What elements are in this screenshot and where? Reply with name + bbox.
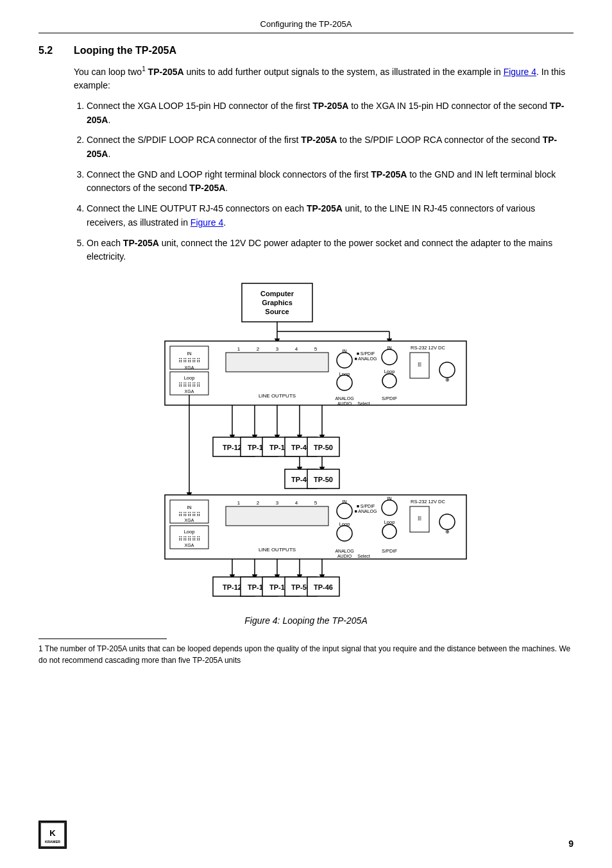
footnote-ref: 1 [142, 65, 146, 72]
svg-text:Loop: Loop [384, 519, 395, 525]
svg-text:1: 1 [237, 346, 241, 352]
svg-text:RS-232  12V DC: RS-232 12V DC [411, 499, 445, 505]
svg-text:■ ANALOG: ■ ANALOG [355, 509, 377, 513]
svg-text:1: 1 [237, 500, 241, 506]
svg-text:IN: IN [342, 348, 347, 354]
svg-text:IN: IN [342, 499, 347, 505]
svg-text:XGA: XGA [185, 543, 194, 547]
svg-text:|||: ||| [418, 362, 421, 367]
svg-text:5: 5 [314, 500, 318, 506]
header-title: Configuring the TP-205A [260, 19, 352, 29]
kramer-logo-svg: K KRAMER [40, 822, 65, 847]
page-footer: K KRAMER 9 [38, 821, 574, 849]
svg-text:Select: Select [357, 401, 370, 406]
svg-text:4: 4 [295, 500, 298, 506]
svg-text:⠿⠿⠿⠿⠿: ⠿⠿⠿⠿⠿ [178, 512, 201, 518]
svg-text:Loop: Loop [339, 371, 350, 377]
svg-text:3: 3 [276, 346, 279, 352]
figure4-link[interactable]: Figure 4 [504, 67, 536, 77]
section-number: 5.2 [38, 45, 74, 56]
svg-text:RS-232  12V DC: RS-232 12V DC [411, 345, 445, 351]
svg-text:LINE OUTPUTS: LINE OUTPUTS [259, 547, 296, 553]
svg-text:Computer: Computer [260, 290, 294, 297]
svg-text:AUDIO: AUDIO [337, 554, 352, 558]
svg-text:AUDIO: AUDIO [337, 401, 352, 406]
svg-point-27 [337, 375, 352, 390]
step-4: Connect the LINE OUTPUT RJ-45 connectors… [87, 202, 574, 230]
svg-text:TP-50: TP-50 [314, 476, 333, 483]
svg-text:Loop: Loop [184, 529, 195, 535]
svg-text:ANALOG: ANALOG [335, 396, 353, 401]
svg-rect-21 [226, 353, 328, 372]
footnote-number: 1 [38, 644, 45, 653]
page: Configuring the TP-205A 5.2 Looping the … [0, 0, 612, 868]
svg-text:IN: IN [187, 351, 192, 356]
intro-paragraph: You can loop two1 TP-205A units to add f… [74, 64, 574, 93]
footnote-content: The number of TP-205A units that can be … [38, 644, 570, 665]
svg-text:XGA: XGA [185, 389, 194, 394]
page-number: 9 [568, 839, 574, 849]
svg-text:S/PDIF: S/PDIF [382, 396, 398, 401]
svg-text:■ S/PDIF: ■ S/PDIF [357, 504, 375, 508]
step-3: Connect the GND and LOOP right terminal … [87, 168, 574, 196]
footnote-divider [38, 638, 167, 639]
svg-text:IN: IN [387, 496, 392, 501]
svg-text:Loop: Loop [339, 521, 350, 527]
svg-text:2: 2 [257, 500, 260, 506]
svg-text:■ ANALOG: ■ ANALOG [355, 356, 377, 361]
page-header: Configuring the TP-205A [38, 19, 574, 33]
svg-text:⠿⠿⠿⠿⠿: ⠿⠿⠿⠿⠿ [178, 382, 201, 388]
svg-text:IN: IN [187, 505, 192, 510]
svg-text:Source: Source [265, 308, 289, 315]
svg-text:Loop: Loop [384, 369, 395, 374]
svg-text:IN: IN [387, 345, 392, 351]
svg-point-40 [439, 362, 455, 378]
svg-text:|||: ||| [418, 515, 421, 521]
svg-point-34 [382, 374, 396, 388]
figure-caption: Figure 4: Looping the TP-205A [244, 615, 367, 626]
svg-text:3: 3 [276, 500, 279, 506]
svg-point-32 [382, 349, 397, 365]
svg-text:Graphics: Graphics [262, 299, 293, 306]
svg-text:TP-50: TP-50 [314, 444, 333, 451]
kramer-logo: K KRAMER [38, 821, 67, 849]
section-heading: Looping the TP-205A [74, 45, 176, 56]
svg-text:ANALOG: ANALOG [335, 549, 353, 553]
diagram-svg: Computer Graphics Source IN ⠿⠿⠿⠿⠿ XGA Lo… [114, 277, 498, 610]
svg-text:Select: Select [357, 554, 370, 558]
svg-point-23 [337, 353, 352, 368]
svg-point-80 [337, 503, 352, 519]
svg-text:K: K [49, 828, 56, 838]
svg-rect-78 [226, 506, 328, 526]
svg-text:■ S/PDIF: ■ S/PDIF [357, 351, 375, 356]
svg-text:Loop: Loop [184, 375, 195, 381]
figure-container: Computer Graphics Source IN ⠿⠿⠿⠿⠿ XGA Lo… [38, 277, 574, 626]
svg-text:⊕: ⊕ [445, 377, 450, 383]
svg-text:⊕: ⊕ [445, 529, 450, 535]
svg-text:LINE OUTPUTS: LINE OUTPUTS [259, 393, 296, 399]
step-2: Connect the S/PDIF LOOP RCA connector of… [87, 133, 574, 161]
section-title: 5.2 Looping the TP-205A [38, 45, 574, 56]
svg-text:⠿⠿⠿⠿⠿: ⠿⠿⠿⠿⠿ [178, 536, 201, 542]
svg-point-89 [382, 500, 397, 515]
svg-text:5: 5 [314, 346, 318, 352]
step-1: Connect the XGA LOOP 15-pin HD connector… [87, 99, 574, 127]
device-name-bold: TP-205A [148, 67, 184, 77]
svg-text:KRAMER: KRAMER [45, 840, 60, 844]
svg-text:S/PDIF: S/PDIF [382, 548, 398, 554]
svg-text:XGA: XGA [185, 365, 194, 370]
svg-text:⠿⠿⠿⠿⠿: ⠿⠿⠿⠿⠿ [178, 358, 201, 364]
steps-list: Connect the XGA LOOP 15-pin HD connector… [74, 99, 574, 264]
svg-text:2: 2 [257, 346, 260, 352]
figure4-link-2[interactable]: Figure 4 [191, 217, 223, 228]
svg-point-91 [382, 524, 396, 538]
svg-text:XGA: XGA [185, 518, 194, 522]
step-5: On each TP-205A unit, connect the 12V DC… [87, 237, 574, 264]
svg-point-84 [337, 526, 352, 541]
svg-point-97 [439, 514, 455, 530]
svg-text:4: 4 [295, 346, 298, 352]
footnote-text: 1 The number of TP-205A units that can b… [38, 643, 574, 666]
svg-text:TP-46: TP-46 [314, 583, 333, 591]
